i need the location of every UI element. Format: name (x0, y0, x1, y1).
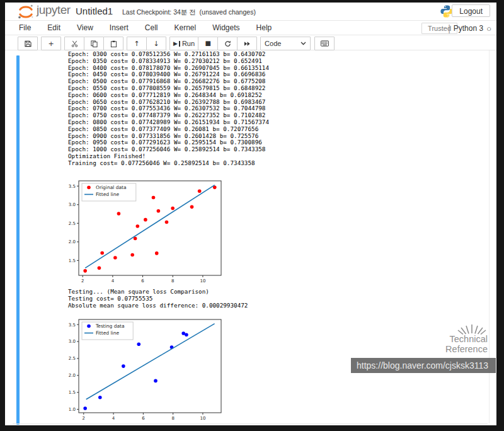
svg-text:2: 2 (81, 279, 84, 284)
testing-chart: 2468101.01.52.02.53.03.5Testing dataFitt… (66, 314, 224, 425)
menu-kernel[interactable]: Kernel (175, 23, 197, 32)
divider: | (448, 23, 450, 33)
fast-forward-icon (244, 40, 251, 47)
kernel-name: Python 3 (454, 24, 483, 33)
jupyter-logo-icon[interactable] (18, 4, 34, 20)
svg-text:2: 2 (83, 416, 85, 421)
svg-text:2.0: 2.0 (69, 239, 76, 244)
svg-text:10: 10 (200, 279, 205, 284)
save-button[interactable] (18, 37, 38, 50)
svg-text:1.0: 1.0 (69, 407, 76, 412)
move-cell-up-button[interactable]: ↑ (127, 37, 147, 50)
sunburst-icon (457, 321, 486, 335)
fast-forward-button[interactable] (237, 37, 257, 50)
move-down-icon: ↓ (153, 40, 159, 47)
chevron-down-icon (301, 42, 306, 45)
save-icon (25, 40, 32, 47)
svg-text:8: 8 (171, 279, 174, 284)
svg-text:Fitted line: Fitted line (96, 192, 119, 197)
cut-icon (71, 40, 78, 47)
menu-items: File Edit View Insert Cell Kernel Widget… (19, 21, 272, 35)
cell-type-select[interactable]: Code (260, 37, 311, 50)
copy-icon (91, 40, 98, 47)
watermark-line1: Technical (393, 335, 488, 345)
jupyter-logo-text[interactable]: jupyter (37, 3, 71, 17)
menu-cell[interactable]: Cell (145, 23, 158, 32)
svg-text:3.0: 3.0 (69, 339, 76, 344)
svg-text:Original data: Original data (96, 185, 127, 190)
svg-text:3.0: 3.0 (69, 202, 76, 207)
svg-text:1.5: 1.5 (69, 258, 76, 263)
paste-icon (110, 40, 117, 47)
menu-edit[interactable]: Edit (47, 23, 60, 32)
watermark: Technical Reference (393, 321, 488, 354)
menu-view[interactable]: View (77, 23, 93, 32)
svg-text:1.5: 1.5 (69, 390, 76, 395)
stop-icon: ■ (205, 40, 210, 47)
menu-file[interactable]: File (19, 23, 31, 32)
svg-text:3.5: 3.5 (69, 184, 76, 189)
logout-button[interactable]: Logout (452, 4, 490, 17)
watermark-line2: Reference (393, 345, 488, 355)
jupyter-window: jupyter Untitled1 Last Checkpoint: 34분 전… (5, 3, 496, 425)
svg-text:6: 6 (141, 279, 144, 284)
notebook-title[interactable]: Untitled1 (76, 6, 113, 16)
restart-icon (224, 40, 231, 47)
run-cell-button[interactable]: ▶ Run (169, 37, 198, 50)
testing-output-text: Testing... (Mean square loss Comparison)… (68, 289, 248, 309)
svg-text:8: 8 (171, 416, 174, 421)
svg-text:Testing data: Testing data (95, 323, 125, 329)
menu-widgets[interactable]: Widgets (212, 23, 239, 32)
move-up-icon: ↑ (134, 40, 139, 47)
checkpoint-status: Last Checkpoint: 34분 전 (unsaved changes) (122, 8, 256, 17)
move-cell-down-button[interactable]: ↓ (146, 37, 166, 50)
keyboard-icon (321, 40, 329, 47)
command-palette-button[interactable] (314, 37, 335, 50)
svg-text:10: 10 (200, 416, 205, 421)
kernel-idle-icon: ○ (486, 24, 491, 33)
svg-text:6: 6 (142, 416, 145, 421)
copy-cell-button[interactable] (84, 37, 104, 50)
toolbar: + ↑ ↓ ▶ Run ■ (5, 35, 496, 50)
svg-text:4: 4 (112, 416, 115, 421)
training-chart: 2468101.52.02.53.03.5Original dataFitted… (66, 178, 224, 287)
svg-text:3.5: 3.5 (69, 323, 76, 328)
menu-insert[interactable]: Insert (110, 23, 129, 32)
svg-text:4: 4 (112, 279, 115, 284)
paste-cell-button[interactable] (103, 37, 123, 50)
menu-bar: File Edit View Insert Cell Kernel Widget… (5, 20, 496, 35)
run-icon: ▶ (173, 41, 178, 47)
svg-text:2.5: 2.5 (69, 221, 76, 226)
kernel-indicator: | Python 3 ○ (448, 23, 491, 33)
cut-cell-button[interactable] (64, 37, 84, 50)
watermark-url: https://blog.naver.com/cjsksk3113 (351, 358, 496, 373)
svg-text:2.5: 2.5 (69, 356, 76, 361)
add-cell-button[interactable]: + (41, 37, 61, 50)
svg-text:2.0: 2.0 (69, 373, 76, 378)
svg-text:Fitted line: Fitted line (96, 330, 119, 336)
menu-help[interactable]: Help (256, 23, 272, 32)
training-output-text: Epoch: 0300 cost= 0.078512356 W= 0.27161… (68, 51, 269, 167)
header: jupyter Untitled1 Last Checkpoint: 34분 전… (5, 3, 496, 20)
restart-kernel-button[interactable] (217, 37, 238, 50)
interrupt-kernel-button[interactable]: ■ (198, 37, 218, 50)
selected-cell-indicator (16, 55, 20, 425)
